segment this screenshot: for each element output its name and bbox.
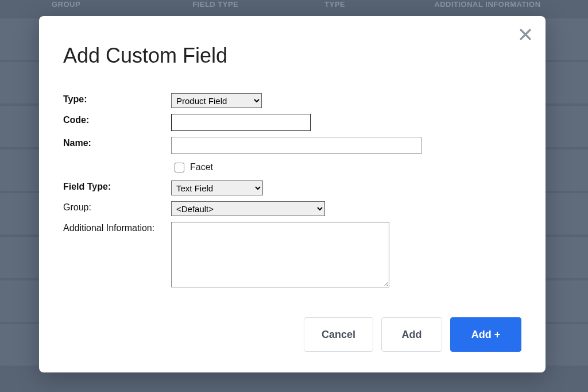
label-type: Type: [63,93,171,105]
cancel-button[interactable]: Cancel [304,317,373,352]
close-icon[interactable] [519,28,532,44]
add-plus-button[interactable]: Add + [450,317,521,352]
label-code: Code: [63,114,171,125]
add-custom-field-modal: Add Custom Field Type: Product Field Cod… [39,16,546,372]
modal-title: Add Custom Field [63,44,521,68]
label-facet: Facet [190,162,213,172]
code-input[interactable] [171,114,311,131]
label-group: Group: [63,201,171,213]
type-select[interactable]: Product Field [171,93,262,108]
group-select[interactable]: <Default> [171,201,325,216]
modal-footer: Cancel Add Add + [304,317,521,352]
form: Type: Product Field Code: Name: Facet Fi… [63,93,521,290]
label-name: Name: [63,137,171,148]
name-input[interactable] [171,137,421,154]
additional-info-textarea[interactable] [171,222,389,287]
facet-checkbox[interactable] [175,163,184,172]
label-addinfo: Additional Information: [63,222,171,233]
modal-backdrop: Add Custom Field Type: Product Field Cod… [0,0,588,392]
add-button[interactable]: Add [381,317,442,352]
fieldtype-select[interactable]: Text Field [171,180,263,195]
label-fieldtype: Field Type: [63,180,171,192]
